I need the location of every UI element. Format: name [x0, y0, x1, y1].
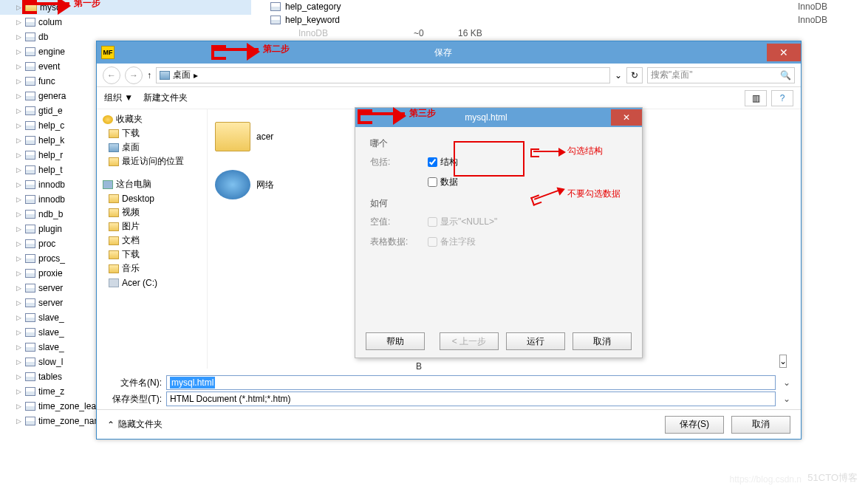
breadcrumb[interactable]: 桌面 ▸: [156, 67, 610, 83]
note-checkbox: 备注字段: [425, 234, 479, 250]
desktop-icon: [109, 143, 119, 152]
up-icon[interactable]: ↑: [147, 70, 151, 81]
chevron-right-icon: ▸: [194, 70, 198, 81]
organize-menu[interactable]: 组织 ▼: [104, 92, 133, 104]
tree-item[interactable]: Acer (C:): [97, 276, 207, 290]
save-title-bar: MF 保存 ✕: [97, 41, 801, 64]
table-row: InnoDB ~0 16 KB: [266, 27, 864, 40]
save-tree: 收藏夹 下载 桌面 最近访问的位置 这台电脑 Desktop视频图片文档下载音乐…: [97, 109, 208, 369]
tree-item[interactable]: 下载: [97, 247, 207, 261]
table-icon: [270, 2, 281, 11]
watermark: https://blog.csdn.n: [730, 474, 802, 485]
crumb-dropdown[interactable]: ⌄: [615, 70, 622, 81]
chevron-down-icon[interactable]: ⌄: [779, 355, 787, 368]
filetype-label: 保存类型(T):: [104, 393, 162, 406]
file-toolbar: 组织 ▼ 新建文件夹 ▥ ?: [97, 87, 801, 109]
app-logo-icon: MF: [101, 46, 115, 59]
close-button[interactable]: ✕: [767, 44, 801, 61]
refresh-button[interactable]: ↻: [626, 67, 643, 83]
filename-label: 文件名(N):: [104, 377, 162, 389]
tree-item[interactable]: 视频: [97, 205, 207, 219]
star-icon: [103, 115, 113, 124]
no-data-annotation: 不要勾选数据: [533, 188, 621, 200]
tree-item[interactable]: 文档: [97, 233, 207, 247]
tree-item[interactable]: 图片: [97, 219, 207, 233]
nav-toolbar: ← → ↑ 桌面 ▸ ⌄ ↻ 搜索"桌面" 🔍: [97, 64, 801, 87]
network-item[interactable]: 网络: [215, 165, 337, 205]
include-label: 包括:: [370, 156, 417, 168]
folder-item[interactable]: acer: [215, 117, 337, 157]
view-button[interactable]: ▥: [745, 90, 767, 106]
chevron-up-icon: ⌃: [107, 420, 115, 430]
null-checkbox: 显示"<NULL>": [425, 214, 500, 230]
filename-input[interactable]: mysql.html: [166, 375, 776, 390]
cancel-button[interactable]: 取消: [731, 416, 790, 434]
tree-item[interactable]: 音乐: [97, 261, 207, 276]
dialog-bottom: ⌃ 隐藏文件夹 保存(S) 取消: [97, 409, 801, 439]
data-checkbox[interactable]: 数据: [425, 174, 461, 190]
close-button[interactable]: ✕: [611, 109, 642, 126]
help-button[interactable]: ?: [771, 90, 793, 106]
step1-annotation: 第一步: [25, 0, 100, 10]
tree-item[interactable]: 最近访问的位置: [97, 154, 207, 168]
search-icon: 🔍: [780, 70, 791, 81]
filetype-select[interactable]: HTML Document (*.html;*.htm): [166, 391, 776, 406]
null-label: 空值:: [370, 216, 417, 228]
chevron-down-icon[interactable]: ⌄: [780, 394, 793, 404]
tree-fav[interactable]: 收藏夹: [97, 112, 207, 126]
tree-item[interactable]: 桌面: [97, 140, 207, 154]
help-button[interactable]: 帮助: [366, 332, 425, 350]
table-row[interactable]: help_category InnoDB: [266, 0, 864, 13]
tree-item[interactable]: Desktop: [97, 191, 207, 205]
table-row[interactable]: help_keyword InnoDB: [266, 13, 864, 27]
tbl-label: 表格数据:: [370, 236, 417, 248]
new-folder-button[interactable]: 新建文件夹: [143, 92, 188, 104]
table-icon: [270, 16, 281, 24]
desktop-icon: [160, 71, 170, 80]
struct-checkbox[interactable]: 结构: [425, 154, 461, 170]
step3-annotation: 第三步: [360, 107, 436, 120]
back-button[interactable]: ←: [103, 66, 120, 84]
run-button[interactable]: 运行: [506, 332, 565, 350]
tree-pc[interactable]: 这台电脑: [97, 177, 207, 191]
forward-button[interactable]: →: [125, 66, 143, 84]
watermark: 51CTO博客: [807, 471, 858, 485]
check-struct-annotation: 勾选结构: [533, 145, 603, 157]
prev-button: < 上一步: [440, 332, 499, 350]
folder-icon: [215, 122, 250, 151]
save-button[interactable]: 保存(S): [665, 416, 724, 434]
chevron-down-icon[interactable]: ⌄: [780, 377, 793, 388]
step2-annotation: 第二步: [214, 43, 290, 55]
folder-icon: [109, 157, 119, 166]
search-input[interactable]: 搜索"桌面" 🔍: [647, 67, 795, 83]
folder-icon: [109, 129, 119, 138]
hide-folders[interactable]: ⌃ 隐藏文件夹: [107, 418, 657, 431]
tree-item[interactable]: ▷colum: [0, 15, 251, 30]
pc-icon: [103, 180, 113, 189]
tree-item[interactable]: 下载: [97, 126, 207, 140]
cancel-button[interactable]: 取消: [573, 332, 632, 350]
globe-icon: [215, 170, 250, 199]
